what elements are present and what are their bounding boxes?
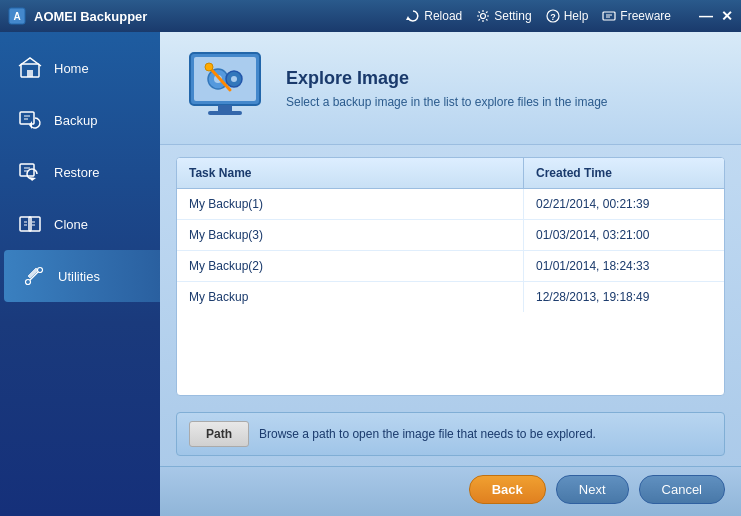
backup-icon — [16, 106, 44, 134]
cell-task-1: My Backup(3) — [177, 220, 524, 250]
table-row[interactable]: My Backup(3) 01/03/2014, 03:21:00 — [177, 220, 724, 251]
svg-point-22 — [231, 76, 237, 82]
svg-text:?: ? — [550, 12, 556, 22]
setting-icon — [476, 9, 490, 23]
svg-marker-10 — [29, 121, 32, 129]
sidebar-item-utilities[interactable]: Utilities — [4, 250, 160, 302]
reload-icon — [406, 9, 420, 23]
home-icon — [16, 54, 44, 82]
cancel-button[interactable]: Cancel — [639, 475, 725, 504]
svg-rect-25 — [208, 111, 242, 115]
cell-time-3: 12/28/2013, 19:18:49 — [524, 282, 724, 312]
title-bar: A AOMEI Backupper Reload Setting ? Help — [0, 0, 741, 32]
close-button[interactable]: ✕ — [721, 8, 733, 24]
back-button[interactable]: Back — [469, 475, 546, 504]
next-button[interactable]: Next — [556, 475, 629, 504]
svg-marker-2 — [406, 16, 410, 20]
content-area: Explore Image Select a backup image in t… — [160, 32, 741, 516]
sidebar-item-home[interactable]: Home — [0, 42, 160, 94]
cell-task-3: My Backup — [177, 282, 524, 312]
path-section: Path Browse a path to open the image fil… — [176, 412, 725, 456]
explore-image-icon — [180, 48, 270, 128]
cell-task-0: My Backup(1) — [177, 189, 524, 219]
svg-point-23 — [205, 63, 213, 71]
svg-text:A: A — [13, 11, 20, 22]
restore-icon — [16, 158, 44, 186]
bottom-bar: Back Next Cancel — [160, 466, 741, 516]
path-description: Browse a path to open the image file tha… — [259, 427, 596, 441]
table-row[interactable]: My Backup(2) 01/01/2014, 18:24:33 — [177, 251, 724, 282]
reload-menu-item[interactable]: Reload — [406, 9, 462, 23]
svg-rect-24 — [218, 105, 232, 111]
table-row[interactable]: My Backup(1) 02/21/2014, 00:21:39 — [177, 189, 724, 220]
minimize-button[interactable]: — — [699, 8, 713, 24]
app-title: A AOMEI Backupper — [8, 7, 147, 25]
sidebar-item-backup[interactable]: Backup — [0, 94, 160, 146]
path-button[interactable]: Path — [189, 421, 249, 447]
svg-point-3 — [481, 14, 486, 19]
cell-task-2: My Backup(2) — [177, 251, 524, 281]
svg-point-15 — [26, 280, 31, 285]
sidebar-item-clone[interactable]: Clone — [0, 198, 160, 250]
table-header: Task Name Created Time — [177, 158, 724, 189]
backup-table: Task Name Created Time My Backup(1) 02/2… — [176, 157, 725, 396]
app-icon: A — [8, 7, 26, 25]
col-created-time: Created Time — [524, 158, 724, 188]
page-title: Explore Image — [286, 68, 608, 89]
clone-icon — [16, 210, 44, 238]
title-bar-menu: Reload Setting ? Help Freeware — ✕ — [406, 8, 733, 24]
sidebar-item-restore[interactable]: Restore — [0, 146, 160, 198]
help-menu-item[interactable]: ? Help — [546, 9, 589, 23]
freeware-menu-item[interactable]: Freeware — [602, 9, 671, 23]
table-row[interactable]: My Backup 12/28/2013, 19:18:49 — [177, 282, 724, 312]
header-text: Explore Image Select a backup image in t… — [286, 68, 608, 109]
main-layout: Home Backup Rest — [0, 32, 741, 516]
window-controls: — ✕ — [699, 8, 733, 24]
utilities-icon — [20, 262, 48, 290]
cell-time-1: 01/03/2014, 03:21:00 — [524, 220, 724, 250]
col-task-name: Task Name — [177, 158, 524, 188]
cell-time-2: 01/01/2014, 18:24:33 — [524, 251, 724, 281]
page-description: Select a backup image in the list to exp… — [286, 95, 608, 109]
content-header: Explore Image Select a backup image in t… — [160, 32, 741, 145]
setting-menu-item[interactable]: Setting — [476, 9, 531, 23]
svg-rect-8 — [27, 70, 33, 77]
cell-time-0: 02/21/2014, 00:21:39 — [524, 189, 724, 219]
freeware-icon — [602, 9, 616, 23]
svg-rect-6 — [603, 12, 615, 20]
help-icon: ? — [546, 9, 560, 23]
sidebar: Home Backup Rest — [0, 32, 160, 516]
